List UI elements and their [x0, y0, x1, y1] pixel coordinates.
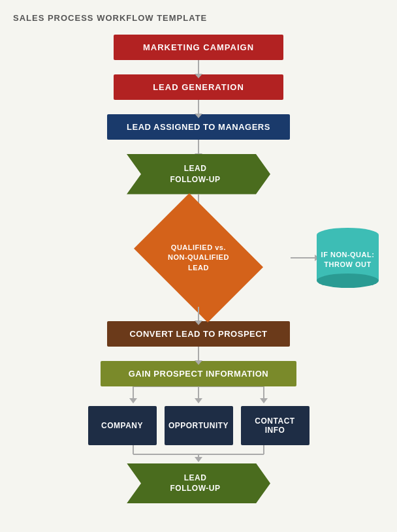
- contact-info-box: CONTACT INFO: [241, 406, 310, 445]
- svg-marker-7: [260, 398, 268, 403]
- marketing-campaign-box: MARKETING CAMPAIGN: [114, 35, 283, 60]
- svg-marker-2: [129, 398, 137, 403]
- diamond-row: QUALIFIED vs. NON-QUALIFIED LEAD IF NON-…: [7, 209, 390, 307]
- page-title: SALES PROCESS WORKFLOW TEMPLATE: [13, 13, 390, 23]
- split-arrows-svg: [97, 386, 300, 406]
- qualified-label: QUALIFIED vs. NON-QUALIFIED LEAD: [168, 242, 229, 272]
- flowchart: MARKETING CAMPAIGN LEAD GENERATION LEAD …: [7, 35, 390, 503]
- arrow-5: [198, 307, 199, 321]
- arrow-3: [198, 140, 199, 154]
- lead-followup1-box: LEAD FOLLOW-UP: [127, 154, 270, 195]
- arrow-6: [198, 347, 199, 361]
- lead-followup2-box: LEAD FOLLOW-UP: [127, 463, 270, 504]
- qualified-diamond: QUALIFIED vs. NON-QUALIFIED LEAD: [134, 193, 263, 322]
- right-arrow-line: [291, 257, 315, 258]
- non-qual-label: IF NON-QUAL: THROW OUT: [319, 249, 377, 270]
- cylinder-bottom: [317, 274, 379, 288]
- lead-followup2-label: LEAD FOLLOW-UP: [170, 473, 221, 493]
- svg-marker-13: [195, 457, 202, 462]
- arrow-2: [198, 100, 199, 114]
- merge-arrows-container: [97, 445, 300, 463]
- cylinder-container: IF NON-QUAL: THROW OUT: [317, 228, 379, 288]
- cylinder: IF NON-QUAL: THROW OUT: [317, 228, 379, 288]
- lead-followup1-label: LEAD FOLLOW-UP: [170, 164, 221, 184]
- merge-arrows-svg: [97, 445, 300, 463]
- split-arrows-container: [97, 386, 300, 406]
- arrow-to-cylinder: [291, 257, 315, 258]
- three-col-row: COMPANY OPPORTUNITY CONTACT INFO: [88, 406, 310, 445]
- svg-marker-4: [195, 398, 202, 403]
- company-box: COMPANY: [88, 406, 157, 445]
- opportunity-box: OPPORTUNITY: [165, 406, 233, 445]
- arrow-1: [198, 60, 199, 74]
